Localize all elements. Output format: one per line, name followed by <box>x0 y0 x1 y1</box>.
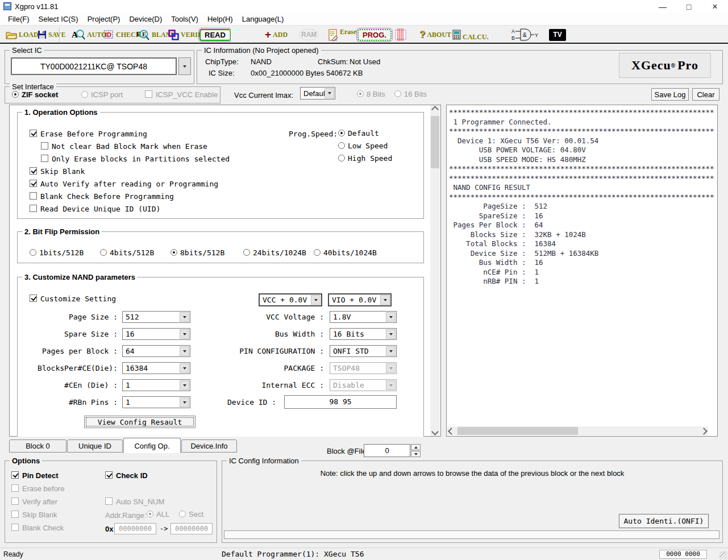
clear-button[interactable]: Clear <box>692 88 719 101</box>
device-id-field[interactable]: 98 95 <box>284 395 397 409</box>
radio-label: Low Speed <box>348 142 388 150</box>
minimize-button[interactable]: — <box>650 0 676 13</box>
checkbox <box>11 511 19 518</box>
load-button[interactable]: LOAD <box>6 27 39 42</box>
page-size-combo[interactable]: 512 <box>122 311 190 323</box>
checkbox <box>41 142 48 150</box>
resize-grip[interactable] <box>719 551 727 559</box>
pages-per-block-combo[interactable]: 64 <box>122 345 190 357</box>
blocks-per-ce-combo[interactable]: 16384 <box>122 362 190 374</box>
calcu-button[interactable]: CALCU. <box>452 27 489 42</box>
chip-test-button[interactable] <box>393 27 408 42</box>
spare-size-combo[interactable]: 16 <box>122 328 190 340</box>
radio <box>100 249 107 256</box>
ram-button[interactable]: RAM <box>299 27 319 42</box>
cen-die-combo[interactable]: 1 <box>122 379 190 391</box>
close-button[interactable]: × <box>702 0 728 13</box>
checkbox-label: Auto Verify after reading or Programming <box>40 180 218 188</box>
title-bar: Xgpro v11.81 — □ × <box>0 0 728 13</box>
auto-icon: A <box>72 29 85 40</box>
select-ic-dropdown-button[interactable] <box>178 57 191 75</box>
icsp-port-label: ICSP port <box>91 90 123 99</box>
chevron-down-icon[interactable] <box>180 329 189 339</box>
add-button[interactable]: + ADD <box>265 27 288 42</box>
menu-language[interactable]: Language(L) <box>238 14 289 24</box>
block-spin-down-button[interactable] <box>411 451 421 457</box>
chevron-down-icon[interactable] <box>325 88 334 98</box>
check-button[interactable]: ID CHECK <box>103 27 141 42</box>
save-log-button[interactable]: Save Log <box>651 88 689 101</box>
operation-options-title: 1. Operation Options <box>22 108 100 117</box>
prog-button[interactable]: PROG. <box>357 27 392 42</box>
vio-offset-combo[interactable]: VIO + 0.0V <box>328 293 392 306</box>
chevron-down-icon[interactable] <box>386 329 396 339</box>
selected-ic-value[interactable]: TY00D0021211KC@ TSOP48 <box>11 57 177 75</box>
chevron-down-icon[interactable] <box>311 295 321 305</box>
vcc-voltage-combo[interactable]: 1.8V <box>330 311 397 323</box>
vcc-offset-combo[interactable]: VCC + 0.0V <box>259 293 322 306</box>
radio-dot <box>149 513 151 515</box>
block-at-file-field[interactable]: 0 <box>364 444 410 457</box>
bus-width-combo[interactable]: 16 Bits <box>330 328 397 340</box>
menu-device[interactable]: Device(D) <box>124 14 167 24</box>
hex-prefix-label: 0x <box>105 525 113 533</box>
settings-scrollbar[interactable] <box>430 105 440 436</box>
checkbox <box>30 294 37 302</box>
erase-button[interactable]: Erase <box>328 27 356 42</box>
menu-file[interactable]: File(F) <box>3 14 34 24</box>
prog-label: PROG. <box>357 29 392 41</box>
pin-configuration-combo[interactable]: ONFI STD <box>330 345 397 357</box>
menu-project[interactable]: Project(P) <box>83 14 125 24</box>
chevron-down-icon[interactable] <box>180 397 189 407</box>
radio <box>394 90 401 97</box>
addr-to-value: 00000000 <box>175 525 208 533</box>
tv-button[interactable]: TV <box>549 27 566 42</box>
tab-config-op[interactable]: Config Op. <box>123 438 181 453</box>
radio <box>243 249 250 256</box>
tab-block-0[interactable]: Block 0 <box>9 439 66 453</box>
triangle <box>389 384 393 387</box>
rbn-pins-combo[interactable]: 1 <box>122 396 190 408</box>
maximize-button[interactable]: □ <box>676 0 702 13</box>
chevron-down-icon[interactable] <box>386 346 396 356</box>
scroll-down-button[interactable] <box>430 426 440 436</box>
select-ic-group: Select IC TY00D0021211KC@ TSOP48 <box>5 50 194 84</box>
about-button[interactable]: ? ABOUT <box>419 27 451 42</box>
scroll-right-button[interactable] <box>699 426 708 435</box>
checkbox <box>11 471 19 479</box>
radio-label: 24bits/1024B <box>253 248 306 257</box>
options-group-label: Options <box>10 457 42 465</box>
vcc-imax-combo[interactable]: Default <box>300 87 335 99</box>
block-spin-up-button[interactable] <box>411 444 421 450</box>
checkbox-label: Pin Detect <box>22 471 59 480</box>
view-config-result-button[interactable]: View Config Resault <box>84 416 195 428</box>
auto-button[interactable]: A AUTO <box>72 27 106 42</box>
tab-device-info[interactable]: Device.Info <box>181 439 237 453</box>
scroll-left-button[interactable] <box>447 426 456 435</box>
chevron-down-icon[interactable] <box>380 295 390 305</box>
scrollbar-thumb[interactable] <box>457 427 578 435</box>
save-button[interactable]: SAVE <box>38 27 65 42</box>
clear-label: Clear <box>697 90 714 99</box>
scroll-up-button[interactable] <box>430 105 440 115</box>
read-button[interactable]: READ <box>199 27 231 42</box>
scrollbar-thumb[interactable] <box>431 116 439 168</box>
minimize-icon: — <box>659 2 667 11</box>
chevron-down-icon[interactable] <box>386 312 396 322</box>
menu-help[interactable]: Help(H) <box>203 14 238 24</box>
addr-range-label: Addr.Range: <box>105 511 146 520</box>
menu-select-ic[interactable]: Select IC(S) <box>34 14 83 24</box>
chevron-down-icon[interactable] <box>180 312 189 322</box>
checkbox-label: Erase Before Programming <box>40 130 147 138</box>
logic-gate-button[interactable]: A B & Y <box>511 27 539 42</box>
chevron-down-icon[interactable] <box>180 380 189 390</box>
tab-unique-id[interactable]: Unique ID <box>67 439 123 453</box>
radio <box>147 511 153 517</box>
chevron-down-icon[interactable] <box>180 363 189 373</box>
log-hscrollbar[interactable] <box>447 426 708 435</box>
menu-bar: File(F) Select IC(S) Project(P) Device(D… <box>0 13 728 25</box>
chevron-down-icon[interactable] <box>180 346 189 356</box>
auto-identi-button[interactable]: Auto Identi.(ONFI) <box>619 514 709 528</box>
addr-from-field: 00000000 <box>114 523 156 534</box>
menu-tools[interactable]: Tools(V) <box>167 14 203 24</box>
